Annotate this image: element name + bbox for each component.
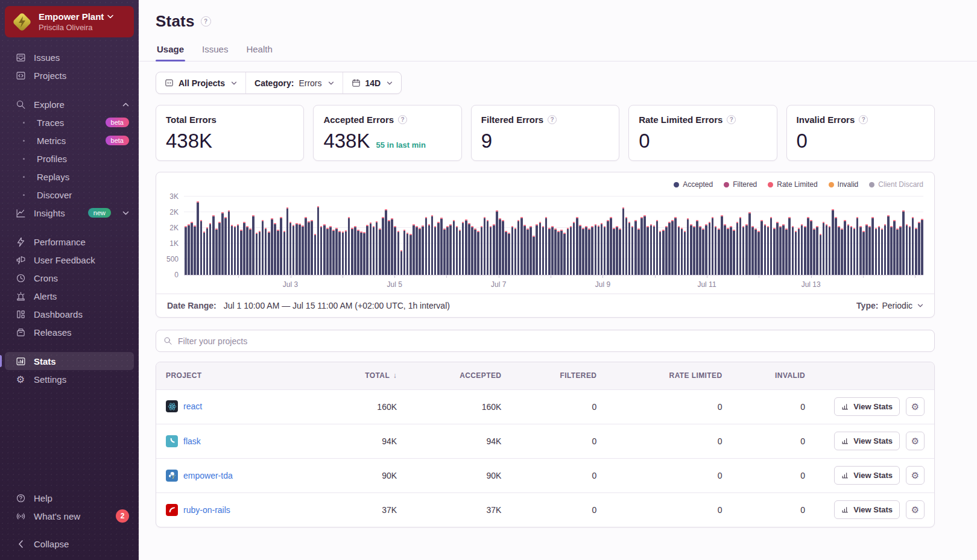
bar-chart-icon xyxy=(15,356,26,367)
chart-bar xyxy=(443,228,446,275)
chart-bar xyxy=(801,224,803,275)
legend-label: Rate Limited xyxy=(777,180,817,189)
chart-bar xyxy=(674,217,677,275)
view-stats-button[interactable]: View Stats xyxy=(834,397,900,416)
sidebar-item-settings[interactable]: ⚙ Settings xyxy=(0,370,139,388)
project-link-flask[interactable]: flask xyxy=(166,435,201,447)
sidebar-item-replays[interactable]: Replays xyxy=(0,168,139,186)
x-tick xyxy=(915,275,915,278)
chart-bar xyxy=(419,228,421,275)
project-settings-button[interactable]: ⚙ xyxy=(906,466,925,485)
sidebar-item-traces[interactable]: Traces beta xyxy=(0,113,139,131)
sidebar-item-help[interactable]: Help xyxy=(0,489,139,507)
card-filtered-errors: Filtered Errors ? 9 xyxy=(471,105,619,161)
chart-bar xyxy=(493,224,495,275)
help-icon[interactable]: ? xyxy=(548,115,557,124)
date-range-filter[interactable]: 14D xyxy=(343,72,402,93)
chart-bar xyxy=(844,220,846,275)
project-settings-button[interactable]: ⚙ xyxy=(906,432,925,450)
sidebar-item-collapse[interactable]: Collapse xyxy=(0,535,139,553)
sidebar-item-explore[interactable]: Explore xyxy=(0,95,139,113)
project-link-ruby-on-rails[interactable]: ruby-on-rails xyxy=(166,504,230,516)
cell-rate-limited: 0 xyxy=(611,424,736,458)
sidebar-item-label: What's new xyxy=(34,511,108,521)
column-header-filtered[interactable]: FILTERED xyxy=(516,362,611,389)
sidebar-item-whats-new[interactable]: What's new 2 xyxy=(0,507,139,525)
column-header-total[interactable]: TOTAL ↓ xyxy=(325,362,411,389)
sidebar-item-projects[interactable]: Projects xyxy=(0,66,139,84)
chart-bar xyxy=(468,223,470,275)
column-header-project[interactable]: PROJECT xyxy=(156,362,325,389)
cell-filtered: 0 xyxy=(516,389,611,424)
chart-bar xyxy=(921,219,923,275)
sidebar-item-label: Projects xyxy=(34,71,129,81)
chevron-down-icon xyxy=(387,81,393,85)
card-value: 0 xyxy=(639,130,767,153)
org-switcher[interactable]: Empower Plant Priscila Oliveira xyxy=(5,6,134,37)
chart-bar xyxy=(409,234,412,275)
chart-bar xyxy=(585,226,587,275)
sidebar-item-issues[interactable]: Issues xyxy=(0,48,139,66)
x-tick xyxy=(602,275,603,278)
projects-table: PROJECT TOTAL ↓ ACCEPTED FILTERED RATE L… xyxy=(156,362,934,527)
sidebar-item-discover[interactable]: Discover xyxy=(0,186,139,204)
column-header-actions xyxy=(820,362,934,389)
chart-bar xyxy=(896,228,899,275)
x-tick xyxy=(291,275,291,278)
view-stats-button[interactable]: View Stats xyxy=(834,466,900,485)
column-header-rate-limited[interactable]: RATE LIMITED xyxy=(611,362,736,389)
chart-bar xyxy=(363,232,365,275)
project-name: react xyxy=(183,401,202,411)
sidebar-item-crons[interactable]: Crons xyxy=(0,269,139,287)
help-icon[interactable]: ? xyxy=(398,115,407,124)
card-value: 0 xyxy=(797,130,925,153)
project-settings-button[interactable]: ⚙ xyxy=(906,500,925,519)
legend-item-accepted[interactable]: Accepted xyxy=(674,180,713,189)
tab-health[interactable]: Health xyxy=(245,40,273,61)
chart-bar xyxy=(681,228,683,275)
cell-filtered: 0 xyxy=(516,424,611,458)
sidebar-item-dashboards[interactable]: Dashboards xyxy=(0,305,139,323)
project-link-empower-tda[interactable]: empower-tda xyxy=(166,470,233,482)
chart-bar xyxy=(376,221,378,275)
legend-item-rate-limited[interactable]: Rate Limited xyxy=(768,180,817,189)
chevron-down-icon xyxy=(231,81,237,85)
help-icon[interactable]: ? xyxy=(727,115,736,124)
page-help-icon[interactable]: ? xyxy=(201,16,211,27)
cell-rate-limited: 0 xyxy=(611,389,736,424)
category-filter[interactable]: Category: Errors xyxy=(245,72,342,93)
chart-bar xyxy=(360,231,362,275)
chart-bar xyxy=(215,228,218,275)
sidebar-item-stats[interactable]: Stats xyxy=(5,352,134,370)
legend-item-invalid[interactable]: Invalid xyxy=(829,180,859,189)
chart-bar xyxy=(813,228,815,275)
project-settings-button[interactable]: ⚙ xyxy=(906,397,925,416)
sidebar-item-user-feedback[interactable]: User Feedback xyxy=(0,251,139,269)
legend-item-filtered[interactable]: Filtered xyxy=(724,180,757,189)
legend-item-client-discard[interactable]: Client Discard xyxy=(869,180,923,189)
project-link-react[interactable]: react xyxy=(166,400,202,412)
column-header-invalid[interactable]: INVALID xyxy=(736,362,820,389)
tab-issues[interactable]: Issues xyxy=(201,40,229,61)
help-icon[interactable]: ? xyxy=(859,115,868,124)
chart-bar xyxy=(727,228,729,275)
chevron-down-icon xyxy=(107,14,113,19)
sidebar-item-releases[interactable]: Releases xyxy=(0,323,139,341)
sidebar-item-performance[interactable]: Performance xyxy=(0,233,139,251)
chart-bar xyxy=(865,224,868,275)
sidebar-item-insights[interactable]: Insights new xyxy=(0,204,139,222)
column-header-accepted[interactable]: ACCEPTED xyxy=(411,362,516,389)
search-input[interactable] xyxy=(178,336,927,346)
sidebar-item-alerts[interactable]: Alerts xyxy=(0,287,139,305)
sidebar-item-profiles[interactable]: Profiles xyxy=(0,149,139,168)
sidebar-item-metrics[interactable]: Metrics beta xyxy=(0,131,139,149)
view-stats-button[interactable]: View Stats xyxy=(834,500,900,519)
chart-bar xyxy=(496,210,498,275)
chart-bar xyxy=(487,220,489,275)
project-filter[interactable]: All Projects xyxy=(156,72,245,93)
tab-usage[interactable]: Usage xyxy=(156,40,185,61)
chart-bar xyxy=(505,231,507,275)
chart-type-select[interactable]: Type: Periodic xyxy=(856,301,923,310)
legend-label: Accepted xyxy=(683,180,713,189)
view-stats-button[interactable]: View Stats xyxy=(834,432,900,450)
